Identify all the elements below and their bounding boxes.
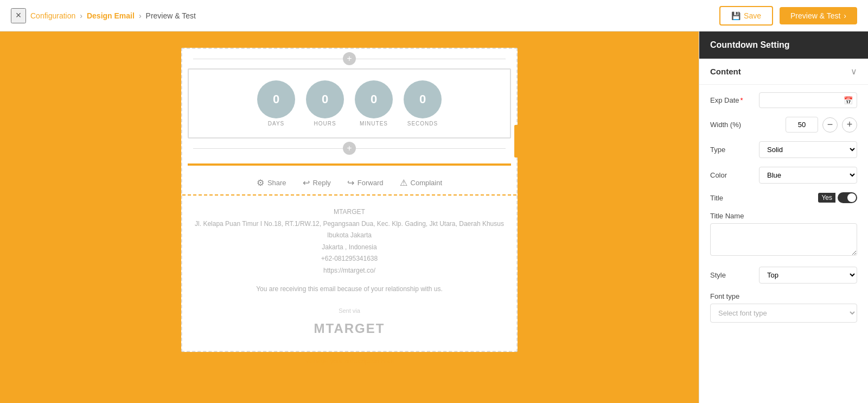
style-label: Style: [710, 271, 754, 279]
color-label: Color: [710, 171, 754, 179]
social-row: ⚙ Share ↩ Reply ↪ Forward ⚠ Complaint: [182, 171, 516, 196]
add-row-middle: +: [182, 138, 516, 158]
font-type-row: Font type Select font type: [710, 292, 857, 323]
add-block-middle-button[interactable]: +: [343, 142, 356, 155]
title-toggle-switch[interactable]: [838, 192, 857, 203]
color-row: Color Blue Red Green Black: [710, 167, 857, 184]
email-container: ⧉ ∧ ∨ 🗑 + 0 DAYS: [181, 48, 518, 370]
preview-test-button[interactable]: Preview & Test ›: [780, 7, 857, 24]
exp-date-label: Exp Date: [710, 96, 754, 104]
footer-company: MTARGET: [193, 206, 506, 218]
width-controls: − +: [786, 117, 857, 133]
countdown-seconds: 0 SECONDS: [404, 80, 442, 127]
social-forward[interactable]: ↪ Forward: [347, 178, 384, 188]
chevron-right-icon: ›: [844, 11, 846, 20]
style-select[interactable]: Top Bottom Left Right: [759, 267, 857, 284]
countdown-days: 0 DAYS: [257, 80, 295, 127]
breadcrumb-configuration[interactable]: Configuration: [30, 11, 75, 20]
reply-label: Reply: [313, 179, 331, 187]
social-share[interactable]: ⚙ Share: [257, 178, 286, 188]
exp-date-input[interactable]: [759, 92, 857, 108]
title-name-textarea[interactable]: [710, 223, 857, 256]
breadcrumb-sep-1: ›: [80, 11, 82, 20]
complaint-icon: ⚠: [400, 178, 407, 188]
breadcrumb-design-email[interactable]: Design Email: [87, 11, 135, 20]
header-actions: 💾 Save Preview & Test ›: [719, 6, 857, 26]
manage-subscription[interactable]: Manage your subscription here: [181, 352, 518, 370]
add-row-top: +: [182, 49, 516, 68]
breadcrumb-preview: Preview & Test: [146, 11, 196, 20]
calendar-icon: 📅: [844, 96, 853, 105]
social-complaint[interactable]: ⚠ Complaint: [400, 178, 443, 188]
save-label: Save: [744, 11, 761, 20]
add-block-top-button[interactable]: +: [343, 52, 356, 65]
title-toggle[interactable]: Yes: [818, 192, 857, 203]
width-input[interactable]: [786, 117, 818, 133]
panel-title: Countdown Setting: [699, 32, 868, 59]
exp-date-row: Exp Date 📅: [710, 92, 857, 108]
footer-city: Jakarta , Indonesia: [193, 242, 506, 254]
reply-icon: ↩: [303, 178, 310, 188]
complaint-label: Complaint: [411, 179, 443, 187]
footer-notice: You are receiving this email because of …: [193, 284, 506, 295]
footer-website: https://mtarget.co/: [193, 265, 506, 277]
toggle-knob: [847, 193, 856, 202]
countdown-minutes-circle: 0: [355, 80, 393, 118]
panel-section-content[interactable]: Content ∨: [699, 59, 868, 85]
toggle-yes-label: Yes: [818, 193, 835, 203]
title-label: Title: [710, 194, 754, 202]
forward-icon: ↪: [347, 178, 354, 188]
email-footer: MTARGET Jl. Kelapa Puan Timur I No.18, R…: [182, 196, 516, 351]
font-type-select[interactable]: Select font type: [710, 304, 857, 323]
close-button[interactable]: ×: [11, 8, 26, 23]
email-canvas: ⧉ ∧ ∨ 🗑 + 0 DAYS: [0, 32, 699, 403]
breadcrumb-sep-2: ›: [139, 11, 142, 20]
header: × Configuration › Design Email › Preview…: [0, 0, 868, 32]
style-row: Style Top Bottom Left Right: [710, 267, 857, 284]
countdown-hours-circle: 0: [306, 80, 344, 118]
footer-address: Jl. Kelapa Puan Timur I No.18, RT.1/RW.1…: [193, 218, 506, 242]
footer-brand-logo: MTARGET: [193, 317, 506, 340]
main-content: ⧉ ∧ ∨ 🗑 + 0 DAYS: [0, 32, 868, 403]
preview-label: Preview & Test: [790, 11, 840, 20]
countdown-minutes: 0 MINUTES: [355, 80, 393, 127]
right-panel: Countdown Setting Content ∨ Exp Date 📅 W…: [699, 32, 868, 403]
type-select[interactable]: Solid Dashed Dotted: [759, 141, 857, 158]
countdown-section[interactable]: 0 DAYS 0 HOURS 0 MINUTES: [188, 68, 511, 138]
title-row: Title Yes: [710, 192, 857, 203]
footer-phone: +62-081295341638: [193, 253, 506, 265]
save-button[interactable]: 💾 Save: [719, 6, 773, 26]
forward-label: Forward: [358, 179, 384, 187]
color-select[interactable]: Blue Red Green Black: [759, 167, 857, 184]
width-increase-button[interactable]: +: [842, 117, 857, 133]
width-row: Width (%) − +: [710, 117, 857, 133]
countdown-seconds-circle: 0: [404, 80, 442, 118]
chevron-down-icon: ∨: [851, 66, 857, 77]
section-label: Content: [710, 67, 741, 76]
divider: [188, 163, 511, 166]
share-icon: ⚙: [257, 178, 264, 188]
email-block: + 0 DAYS 0 HOURS: [181, 48, 518, 352]
exp-date-input-wrap: 📅: [759, 92, 857, 108]
footer-sent-via: Sent via MTARGET: [193, 306, 506, 340]
panel-fields: Exp Date 📅 Width (%) − + Type So: [699, 85, 868, 330]
countdown-days-circle: 0: [257, 80, 295, 118]
width-decrease-button[interactable]: −: [822, 117, 838, 133]
countdown-hours: 0 HOURS: [306, 80, 344, 127]
title-name-row: Title Name: [710, 212, 857, 258]
type-label: Type: [710, 146, 754, 154]
font-type-label: Font type: [710, 292, 857, 300]
social-reply[interactable]: ↩ Reply: [303, 178, 331, 188]
title-name-label: Title Name: [710, 212, 857, 220]
type-row: Type Solid Dashed Dotted: [710, 141, 857, 158]
save-icon: 💾: [731, 11, 741, 20]
width-label: Width (%): [710, 121, 754, 129]
share-label: Share: [267, 179, 286, 187]
breadcrumb-area: × Configuration › Design Email › Preview…: [11, 8, 196, 23]
